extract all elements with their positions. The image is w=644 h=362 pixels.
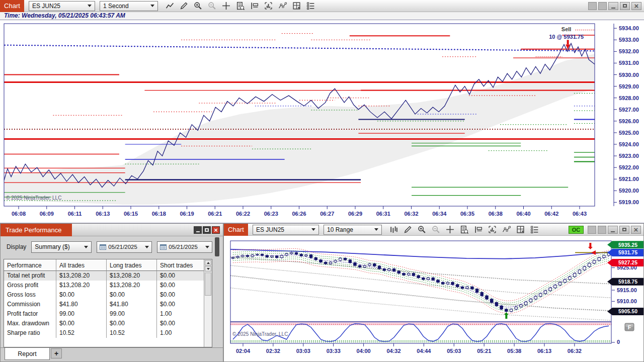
x-axis-label: 06:43	[573, 211, 587, 217]
scrollbar-thumb[interactable]	[205, 273, 211, 296]
interval-value: 10 Range	[327, 226, 353, 233]
price-chart-10range[interactable]: 5925.005915.005910.0005935.255931.755927…	[224, 236, 644, 362]
interval-select[interactable]: 1 Second	[100, 1, 158, 11]
candle	[558, 282, 561, 285]
metric-value: $0.00	[157, 290, 205, 300]
zoom-in-icon[interactable]	[417, 225, 427, 234]
column-header[interactable]: All trades	[56, 259, 107, 271]
properties-icon[interactable]	[530, 225, 539, 234]
pivot-dotted-line	[4, 45, 595, 51]
svg-text:5931.75: 5931.75	[618, 249, 637, 255]
indicators-icon[interactable]	[502, 225, 511, 234]
chart-trader-icon[interactable]	[473, 225, 483, 234]
trade-performance-tab[interactable]: Trade Performance	[1, 224, 72, 236]
candle	[593, 260, 595, 263]
chart-trader-icon[interactable]	[250, 1, 259, 11]
x-axis-label: 06:32	[404, 211, 418, 217]
add-tab-button[interactable]: +	[51, 348, 62, 358]
panel-button-1[interactable]	[588, 2, 597, 10]
column-header[interactable]: Performance	[4, 259, 56, 271]
close-button[interactable]	[212, 226, 220, 234]
table-scrollbar[interactable]	[204, 259, 212, 347]
add-tab-label: +	[54, 349, 58, 357]
metric-value: $13,208.20	[107, 271, 157, 281]
x-axis-label: 06:11	[68, 211, 82, 217]
chart-template-icon[interactable]	[292, 1, 301, 11]
candle	[251, 255, 254, 256]
panel-button-1[interactable]	[588, 226, 596, 234]
data-box-icon[interactable]	[459, 225, 469, 234]
indicators-icon[interactable]	[278, 1, 287, 11]
oc-status-badge[interactable]: OC	[569, 226, 584, 234]
bar-style-icon[interactable]	[389, 225, 398, 234]
y-axis-label: 5922.00	[619, 164, 639, 170]
chart2-tab[interactable]: Chart	[224, 224, 248, 236]
x-axis-label: 06:42	[544, 211, 558, 217]
chart1-tab[interactable]: Chart	[0, 0, 24, 12]
metric-value: $0.00	[56, 290, 107, 300]
x-axis-label: 06:13	[96, 211, 110, 217]
display-label: Display	[7, 243, 26, 250]
candle	[441, 282, 444, 284]
draw-tool-icon[interactable]	[403, 225, 413, 234]
maximize-button[interactable]	[203, 226, 211, 234]
price-chart-1second[interactable]: Sell10 @ 5931.755934.005933.005932.00593…	[0, 20, 644, 223]
instrument-select[interactable]: ES JUN25	[29, 1, 95, 11]
candle	[539, 294, 542, 297]
date-to-picker[interactable]: 05/21/2025	[157, 241, 212, 253]
line-style-icon[interactable]	[165, 1, 175, 11]
toolbar-gripper[interactable]	[215, 237, 219, 256]
zoom-in-icon[interactable]	[193, 1, 203, 11]
chevron-down-icon	[150, 5, 154, 7]
scroll-down-button[interactable]	[205, 266, 211, 272]
svg-text:5935.25: 5935.25	[618, 242, 637, 248]
minimize-button[interactable]	[608, 2, 618, 10]
candle	[261, 254, 263, 255]
metric-label: Gross profit	[4, 281, 56, 290]
candle	[334, 260, 337, 262]
candle	[417, 276, 420, 278]
maximize-button[interactable]	[620, 2, 630, 10]
close-button[interactable]	[631, 2, 641, 10]
zoom-out-icon[interactable]	[207, 1, 217, 11]
oscillator-line	[233, 323, 609, 341]
zoom-out-icon[interactable]	[431, 225, 441, 234]
column-header[interactable]: Long trades	[107, 259, 157, 271]
display-select[interactable]: Summary ($)	[31, 241, 92, 253]
date-from-picker[interactable]: 05/21/2025	[97, 241, 152, 253]
panel-button-2[interactable]	[598, 2, 607, 10]
crosshair-icon[interactable]	[221, 1, 231, 11]
maximize-button[interactable]	[619, 226, 629, 234]
candle	[349, 260, 351, 263]
candle	[266, 255, 268, 257]
instrument-select[interactable]: ES JUN25	[253, 225, 319, 235]
draw-tool-icon[interactable]	[179, 1, 189, 11]
properties-icon[interactable]	[306, 1, 315, 11]
candle	[344, 258, 346, 260]
column-header[interactable]: Short trades	[157, 259, 205, 271]
minimize-button[interactable]	[608, 226, 618, 234]
candle	[290, 252, 293, 253]
close-button[interactable]	[631, 226, 641, 234]
metric-value: $0.00	[157, 281, 205, 290]
metric-value: $0.00	[157, 300, 205, 309]
metric-value: 99.00	[107, 309, 157, 319]
scroll-up-button[interactable]	[205, 260, 211, 265]
chevron-down-icon	[84, 246, 88, 248]
maximize-icon	[623, 4, 627, 8]
candle	[388, 269, 390, 270]
instrument-value: ES JUN25	[256, 226, 284, 233]
minimize-button[interactable]	[194, 226, 202, 234]
interval-select[interactable]: 10 Range	[324, 225, 382, 235]
candle	[427, 278, 429, 280]
bar-analysis-icon[interactable]	[488, 225, 497, 234]
tab-report[interactable]: Report	[5, 348, 50, 360]
x-axis-label: 06:13	[537, 348, 551, 354]
crosshair-icon[interactable]	[445, 225, 455, 234]
candle	[319, 260, 322, 262]
chart-template-icon[interactable]	[516, 225, 525, 234]
candle	[339, 258, 342, 260]
panel-button-2[interactable]	[598, 226, 606, 234]
data-box-icon[interactable]	[235, 1, 245, 11]
bar-analysis-icon[interactable]	[264, 1, 273, 11]
